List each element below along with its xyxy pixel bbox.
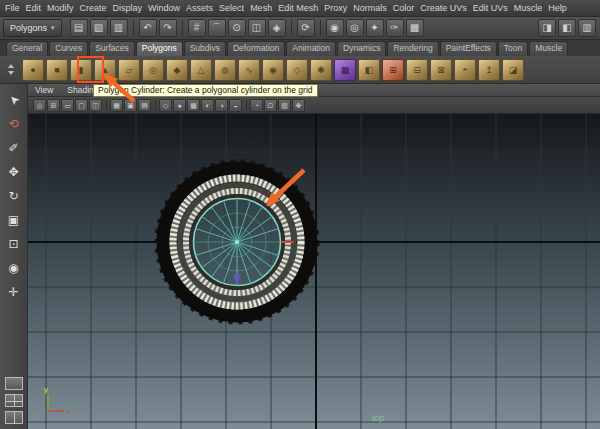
make-live-icon[interactable]: ◈ xyxy=(268,19,286,37)
scale-tool-icon[interactable]: ▣ xyxy=(3,209,25,231)
redo-icon[interactable]: ↷ xyxy=(159,19,177,37)
menu-create[interactable]: Create xyxy=(77,3,110,13)
menu-edit-mesh[interactable]: Edit Mesh xyxy=(275,3,321,13)
tab-curves[interactable]: Curves xyxy=(49,41,88,56)
move-tool-icon[interactable]: ✥ xyxy=(3,161,25,183)
field-chart-icon[interactable]: ▦ xyxy=(110,99,123,112)
mirror-geometry-icon[interactable]: ◧ xyxy=(358,59,380,81)
polygon-soccer-ball-icon[interactable]: ◉ xyxy=(262,59,284,81)
polygon-sphere-icon[interactable]: ● xyxy=(22,59,44,81)
tab-general[interactable]: General xyxy=(6,41,48,56)
image-plane-icon[interactable]: ▧ xyxy=(278,99,291,112)
channel-box-toggle-icon[interactable]: ▥ xyxy=(578,19,596,37)
menu-normals[interactable]: Normals xyxy=(350,3,390,13)
snap-to-view-planes-icon[interactable]: ◫ xyxy=(248,19,266,37)
snap-to-points-icon[interactable]: ⊙ xyxy=(228,19,246,37)
save-scene-icon[interactable]: ▥ xyxy=(110,19,128,37)
menu-window[interactable]: Window xyxy=(145,3,183,13)
grid-toggle-icon[interactable]: ⊞ xyxy=(47,99,60,112)
isolate-select-icon[interactable]: ⊡ xyxy=(264,99,277,112)
hypershade-icon[interactable]: ▩ xyxy=(406,19,424,37)
soft-modification-tool-icon[interactable]: ◉ xyxy=(3,257,25,279)
polygon-torus-icon[interactable]: ◎ xyxy=(142,59,164,81)
lasso-tool-icon[interactable]: ⟲ xyxy=(3,113,25,135)
gate-mask-icon[interactable]: ◫ xyxy=(89,99,102,112)
tab-deformation[interactable]: Deformation xyxy=(227,41,285,56)
polygon-helix-icon[interactable]: ∿ xyxy=(238,59,260,81)
polygon-cube-icon[interactable]: ■ xyxy=(46,59,68,81)
sculpt-geometry-icon[interactable]: ✱ xyxy=(310,59,332,81)
menu-modify[interactable]: Modify xyxy=(44,3,77,13)
layout-two-pane-button[interactable] xyxy=(5,411,23,424)
tab-surfaces[interactable]: Surfaces xyxy=(89,41,135,56)
bevel-icon[interactable]: ◪ xyxy=(502,59,524,81)
extrude-icon[interactable]: ↥ xyxy=(478,59,500,81)
construction-history-icon[interactable]: ⟳ xyxy=(297,19,315,37)
attribute-editor-toggle-icon[interactable]: ◨ xyxy=(538,19,556,37)
menu-edit-uvs[interactable]: Edit UVs xyxy=(470,3,511,13)
paint-effects-icon[interactable]: ✑ xyxy=(386,19,404,37)
safe-action-icon[interactable]: ▣ xyxy=(124,99,137,112)
menu-edit[interactable]: Edit xyxy=(23,3,45,13)
film-gate-icon[interactable]: ▭ xyxy=(61,99,74,112)
menu-select[interactable]: Select xyxy=(216,3,247,13)
panel-menu-view[interactable]: View xyxy=(28,85,60,95)
tab-muscle[interactable]: Muscle xyxy=(529,41,568,56)
menu-set-dropdown[interactable]: Polygons ▾ xyxy=(3,19,62,37)
use-default-material-icon[interactable]: ◐ xyxy=(201,99,214,112)
select-tool-icon[interactable]: ➤ xyxy=(0,84,29,115)
cylinder-top-view[interactable] xyxy=(157,162,317,322)
platonic-solid-icon[interactable]: ◇ xyxy=(286,59,308,81)
tab-subdivs[interactable]: Subdivs xyxy=(184,41,226,56)
snap-to-curves-icon[interactable]: ⌒ xyxy=(208,19,226,37)
tab-animation[interactable]: Animation xyxy=(286,41,336,56)
xray-mode-icon[interactable]: ◔ xyxy=(250,99,263,112)
snap-to-grids-icon[interactable]: # xyxy=(188,19,206,37)
polygon-pyramid-icon[interactable]: △ xyxy=(190,59,212,81)
textured-mode-icon[interactable]: ▩ xyxy=(187,99,200,112)
menu-create-uvs[interactable]: Create UVs xyxy=(417,3,470,13)
booleans-icon[interactable]: ◓ xyxy=(454,59,476,81)
resolution-gate-icon[interactable]: ▢ xyxy=(75,99,88,112)
smooth-shade-mode-icon[interactable]: ● xyxy=(173,99,186,112)
menu-display[interactable]: Display xyxy=(110,3,146,13)
universal-manipulator-icon[interactable]: ⊡ xyxy=(3,233,25,255)
separate-icon[interactable]: ⊟ xyxy=(406,59,428,81)
tab-painteffects[interactable]: PaintEffects xyxy=(440,41,497,56)
menu-proxy[interactable]: Proxy xyxy=(321,3,350,13)
smooth-icon[interactable]: ▩ xyxy=(334,59,356,81)
paint-selection-tool-icon[interactable]: ✐ xyxy=(3,137,25,159)
shelf-menu-arrows[interactable] xyxy=(6,60,16,80)
render-settings-icon[interactable]: ✦ xyxy=(366,19,384,37)
polygon-prism-icon[interactable]: ◆ xyxy=(166,59,188,81)
lighting-toggle-icon[interactable]: ◑ xyxy=(215,99,228,112)
layout-single-pane-button[interactable] xyxy=(5,377,23,390)
ipr-render-icon[interactable]: ◎ xyxy=(346,19,364,37)
open-scene-icon[interactable]: ▧ xyxy=(90,19,108,37)
undo-icon[interactable]: ↶ xyxy=(139,19,157,37)
new-scene-icon[interactable]: ▤ xyxy=(70,19,88,37)
menu-mesh[interactable]: Mesh xyxy=(247,3,275,13)
polygon-pipe-icon[interactable]: ◍ xyxy=(214,59,236,81)
render-current-frame-icon[interactable]: ◉ xyxy=(326,19,344,37)
menu-assets[interactable]: Assets xyxy=(183,3,216,13)
show-manipulator-tool-icon[interactable]: ✛ xyxy=(3,281,25,303)
menu-help[interactable]: Help xyxy=(545,3,570,13)
viewport-top-camera[interactable]: y x top xyxy=(28,114,600,429)
extract-icon[interactable]: ⊠ xyxy=(430,59,452,81)
shadows-toggle-icon[interactable]: ◒ xyxy=(229,99,242,112)
tab-rendering[interactable]: Rendering xyxy=(387,41,438,56)
select-camera-icon[interactable]: ◎ xyxy=(33,99,46,112)
tab-toon[interactable]: Toon xyxy=(498,41,528,56)
tool-settings-toggle-icon[interactable]: ◧ xyxy=(558,19,576,37)
polygon-plane-icon[interactable]: ▱ xyxy=(118,59,140,81)
menu-file[interactable]: File xyxy=(2,3,23,13)
viewport-canvas[interactable]: y x top xyxy=(28,114,600,429)
pan-zoom-icon[interactable]: ✥ xyxy=(292,99,305,112)
layout-four-pane-button[interactable] xyxy=(5,394,23,407)
safe-title-icon[interactable]: ▤ xyxy=(138,99,151,112)
menu-color[interactable]: Color xyxy=(390,3,418,13)
wireframe-mode-icon[interactable]: ◇ xyxy=(159,99,172,112)
tab-dynamics[interactable]: Dynamics xyxy=(337,41,386,56)
rotate-tool-icon[interactable]: ↻ xyxy=(3,185,25,207)
